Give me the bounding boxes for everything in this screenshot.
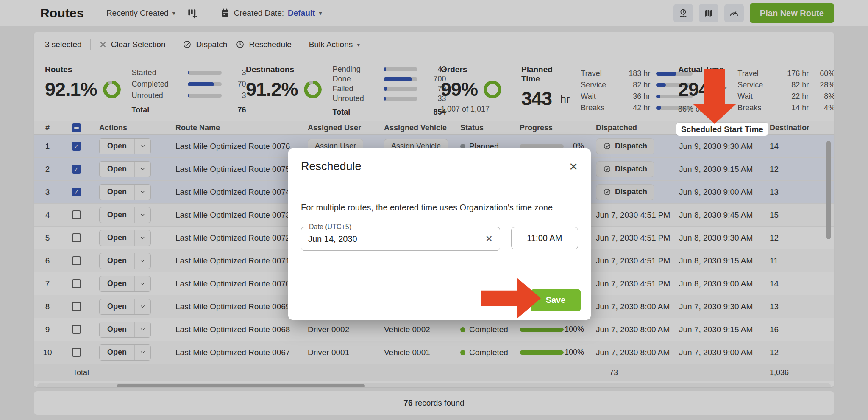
scheduled-start-time-highlight: Scheduled Start Time bbox=[676, 123, 768, 136]
date-input-label: Date (UTC+5) bbox=[306, 223, 354, 231]
date-input-value: Jun 14, 2030 bbox=[308, 234, 357, 244]
clear-date-icon[interactable]: ✕ bbox=[485, 234, 493, 244]
date-input[interactable]: Date (UTC+5) Jun 14, 2030 ✕ bbox=[301, 227, 500, 251]
timezone-note: For multiple routes, the entered time us… bbox=[301, 203, 578, 213]
modal-header: Reschedule ✕ bbox=[288, 148, 591, 185]
modal-title: Reschedule bbox=[301, 160, 362, 173]
close-icon[interactable]: ✕ bbox=[569, 161, 578, 172]
time-input[interactable]: 11:00 AM bbox=[511, 227, 578, 249]
modal-body: For multiple routes, the entered time us… bbox=[288, 185, 591, 280]
modal-footer: Save bbox=[288, 280, 591, 320]
reschedule-modal: Reschedule ✕ For multiple routes, the en… bbox=[288, 148, 591, 320]
